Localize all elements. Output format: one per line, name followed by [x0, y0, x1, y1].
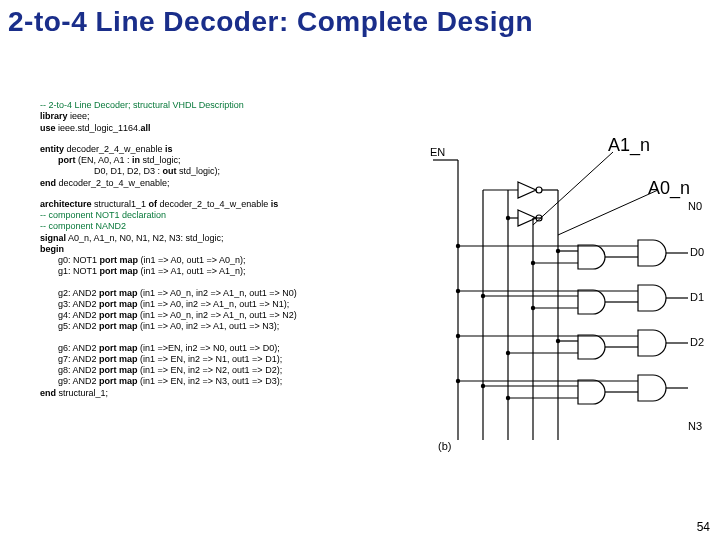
diagram-label-d0: D0	[690, 246, 704, 258]
code-text: g8: AND2	[58, 365, 99, 375]
code-text: A0_n, A1_n, N0, N1, N2, N3: std_logic;	[66, 233, 224, 243]
svg-point-43	[481, 384, 485, 388]
code-text: std_logic);	[177, 166, 221, 176]
kw-port: port	[58, 155, 76, 165]
code-text: std_logic;	[140, 155, 181, 165]
kw-portmap: port map	[99, 354, 138, 364]
code-text: (in1 =>EN, in2 => N0, out1 => D0);	[138, 343, 280, 353]
code-text: (EN, A0, A1 :	[76, 155, 133, 165]
code-text: (in1 => EN, in2 => N2, out1 => D2);	[138, 365, 283, 375]
svg-point-42	[481, 294, 485, 298]
page-number: 54	[697, 520, 710, 534]
code-text: decoder_2_to_4_w_enable;	[56, 178, 170, 188]
svg-point-49	[556, 249, 560, 253]
code-text: (in1 => A0_n, in2 => A1_n, out1 => N2)	[138, 310, 297, 320]
code-text: (in1 => A0, in2 => A1_n, out1 => N1);	[138, 299, 290, 309]
code-text: structural1_1	[92, 199, 149, 209]
kw-entity: entity	[40, 144, 64, 154]
kw-architecture: architecture	[40, 199, 92, 209]
kw-portmap: port map	[100, 266, 139, 276]
kw-portmap: port map	[99, 310, 138, 320]
code-comment: -- component NOT1 declaration	[40, 210, 166, 220]
kw-use: use	[40, 123, 56, 133]
svg-point-45	[506, 351, 510, 355]
svg-point-38	[456, 244, 460, 248]
svg-point-39	[456, 289, 460, 293]
svg-point-48	[531, 306, 535, 310]
code-text: g0: NOT1	[58, 255, 100, 265]
code-comment: -- component NAND2	[40, 221, 126, 231]
code-text: g2: AND2	[58, 288, 99, 298]
kw-of: of	[149, 199, 158, 209]
code-text: (in1 => A1, out1 => A1_n);	[138, 266, 246, 276]
svg-point-41	[456, 379, 460, 383]
kw-portmap: port map	[99, 376, 138, 386]
code-text: g7: AND2	[58, 354, 99, 364]
code-comment: -- 2-to-4 Line Decoder; structural VHDL …	[40, 100, 244, 110]
kw-portmap: port map	[99, 343, 138, 353]
svg-point-44	[506, 216, 510, 220]
svg-point-47	[531, 261, 535, 265]
diagram-label-n3: N3	[688, 420, 702, 432]
kw-signal: signal	[40, 233, 66, 243]
code-text: g3: AND2	[58, 299, 99, 309]
code-text: structural_1;	[56, 388, 108, 398]
code-text: g4: AND2	[58, 310, 99, 320]
kw-end: end	[40, 178, 56, 188]
code-text: decoder_2_to_4_w_enable	[157, 199, 271, 209]
code-text: g9: AND2	[58, 376, 99, 386]
diagram-label-n0: N0	[688, 200, 702, 212]
kw-begin: begin	[40, 244, 64, 254]
svg-point-40	[456, 334, 460, 338]
code-text: decoder_2_4_w_enable	[64, 144, 165, 154]
code-text: ieee;	[68, 111, 90, 121]
kw-is: is	[165, 144, 173, 154]
svg-line-51	[533, 152, 613, 225]
code-text: (in1 => A0, out1 => A0_n);	[138, 255, 246, 265]
diagram-label-b: (b)	[438, 440, 451, 452]
kw-portmap: port map	[99, 365, 138, 375]
code-text: (in1 => EN, in2 => N1, out1 => D1);	[138, 354, 283, 364]
code-text: g6: AND2	[58, 343, 99, 353]
page-title: 2-to-4 Line Decoder: Complete Design	[0, 0, 720, 38]
code-text: (in1 => EN, in2 => N3, out1 => D3);	[138, 376, 283, 386]
kw-portmap: port map	[100, 255, 139, 265]
code-text: g5: AND2	[58, 321, 99, 331]
kw-end: end	[40, 388, 56, 398]
kw-portmap: port map	[99, 321, 138, 331]
kw-portmap: port map	[99, 288, 138, 298]
kw-all: all	[141, 123, 151, 133]
kw-in: in	[132, 155, 140, 165]
svg-line-52	[558, 190, 658, 235]
kw-is: is	[271, 199, 279, 209]
code-text: g1: NOT1	[58, 266, 100, 276]
kw-portmap: port map	[99, 299, 138, 309]
diagram-label-d2: D2	[690, 336, 704, 348]
kw-out: out	[163, 166, 177, 176]
kw-library: library	[40, 111, 68, 121]
vhdl-code-block: -- 2-to-4 Line Decoder; structural VHDL …	[40, 100, 440, 409]
svg-point-50	[556, 339, 560, 343]
svg-point-46	[506, 396, 510, 400]
code-text: (in1 => A0, in2 => A1, out1 => N3);	[138, 321, 280, 331]
code-text: (in1 => A0_n, in2 => A1_n, out1 => N0)	[138, 288, 297, 298]
code-text: ieee.std_logic_1164.	[56, 123, 141, 133]
diagram-label-d1: D1	[690, 291, 704, 303]
circuit-diagram: EN N0 D0 D1 D2 N3 (b)	[428, 140, 708, 460]
code-text: D0, D1, D2, D3 :	[94, 166, 163, 176]
diagram-label-en: EN	[430, 146, 445, 158]
